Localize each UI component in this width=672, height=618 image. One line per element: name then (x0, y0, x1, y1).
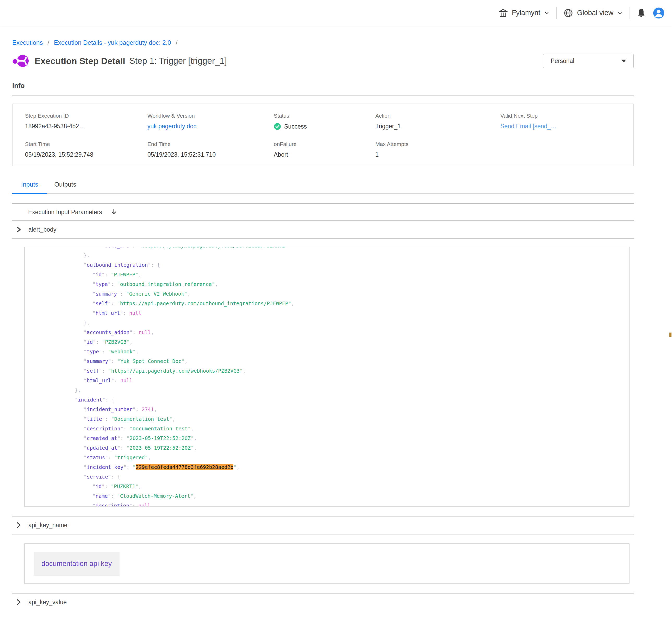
field-action: Action Trigger_1 (375, 113, 500, 130)
next-step-link[interactable]: Send Email [send_… (500, 123, 557, 129)
code-line: }, (25, 385, 629, 395)
field-onfailure: onFailure Abort (274, 141, 375, 158)
workflow-link[interactable]: yuk pagerduty doc (148, 123, 196, 129)
status-badge: Success (284, 123, 307, 130)
field-valid-next-step: Valid Next Step Send Email [send_… (500, 113, 634, 130)
divider (12, 238, 634, 239)
code-line: "description": null, (25, 501, 629, 507)
code-line: "id": "PZB2VG3", (25, 337, 629, 347)
top-nav: Fylamynt Global view (0, 0, 672, 26)
field-workflow-version: Workflow & Version yuk pagerduty doc (148, 113, 274, 130)
code-line: "html_url": null (25, 376, 629, 385)
code-lines: "html_url": "https://fylamynt.pagerduty.… (25, 247, 629, 507)
tab-outputs[interactable]: Outputs (54, 178, 76, 193)
code-line: }, (25, 250, 629, 260)
nav-divider (629, 7, 630, 19)
chevron-right-icon (16, 226, 22, 233)
breadcrumb-separator: / (48, 39, 49, 46)
chevron-down-icon (617, 10, 623, 16)
field-step-execution-id: Step Execution ID 18992a43-9538-4b2… (25, 113, 148, 130)
globe-icon (563, 8, 573, 18)
view-label: Global view (577, 9, 613, 17)
api-key-name-value-box: documentation api key (24, 543, 629, 584)
code-line: "summary": "Yuk Spot Connect Doc", (25, 356, 629, 366)
caret-down-icon (621, 60, 626, 63)
chevron-right-icon (16, 599, 22, 606)
page-subtitle: Step 1: Trigger [trigger_1] (130, 56, 227, 66)
notifications-bell-icon[interactable] (637, 8, 646, 18)
breadcrumb-link-execution-details[interactable]: Execution Details - yuk pagerduty doc: 2… (54, 39, 171, 46)
code-line: "title": "Documentation test", (25, 414, 629, 424)
field-start-time: Start Time 05/19/2023, 15:52:29.748 (25, 141, 148, 158)
param-label-api-key-name: api_key_name (28, 522, 68, 529)
code-line: "service": { (25, 472, 629, 482)
title-row: Execution Step Detail Step 1: Trigger [t… (12, 54, 634, 68)
code-line: "accounts_addon": null, (25, 328, 629, 337)
info-card: Step Execution ID 18992a43-9538-4b2… Wor… (12, 104, 634, 166)
breadcrumb: Executions / Execution Details - yuk pag… (12, 39, 634, 46)
divider (12, 96, 634, 96)
code-line: "id": "PUZKRT1", (25, 482, 629, 491)
code-line: "incident_number": 2741, (25, 405, 629, 414)
divider (12, 534, 634, 535)
view-switcher[interactable]: Global view (563, 8, 623, 18)
tab-bar: Inputs Outputs (12, 178, 634, 194)
breadcrumb-separator: / (176, 39, 178, 46)
param-row-api-key-name[interactable]: api_key_name (12, 517, 634, 534)
code-line: "updated_at": "2023-05-19T22:52:20Z", (25, 443, 629, 453)
code-line: "incident_key": "229efec8feda44778d3fe69… (25, 462, 629, 472)
code-line: "self": "https://api.pagerduty.com/webho… (25, 366, 629, 376)
api-key-name-chip: documentation api key (33, 552, 119, 576)
download-icon[interactable] (110, 208, 118, 216)
code-line: "description": "Documentation test", (25, 424, 629, 433)
field-end-time: End Time 05/19/2023, 15:52:31.710 (148, 141, 274, 158)
breadcrumb-link-executions[interactable]: Executions (12, 39, 43, 46)
code-line: "incident": { (25, 395, 629, 405)
execution-input-parameters-header: Execution Input Parameters (12, 204, 634, 220)
scrollbar-highlight-marker (669, 332, 671, 337)
field-status: Status Success (274, 113, 375, 130)
code-line: "html_url": null (25, 308, 629, 318)
fylamynt-logo-icon (12, 54, 29, 68)
code-line: "html_url": "https://fylamynt.pagerduty.… (25, 247, 629, 250)
chevron-down-icon (544, 10, 550, 16)
org-switcher[interactable]: Fylamynt (498, 8, 550, 18)
code-line: "id": "PJFWPEP", (25, 270, 629, 280)
code-line: "status": "triggered", (25, 453, 629, 462)
bank-icon (498, 8, 508, 18)
code-line: }, (25, 318, 629, 328)
code-line: "outbound_integration": { (25, 260, 629, 270)
code-line: "summary": "Generic V2 Webhook", (25, 289, 629, 299)
code-line: "self": "https://api.pagerduty.com/outbo… (25, 299, 629, 308)
param-row-api-key-value[interactable]: api_key_value (12, 594, 634, 611)
scope-selected-value: Personal (551, 58, 574, 65)
success-check-icon (274, 123, 281, 130)
chevron-right-icon (16, 522, 22, 528)
code-line: "type": "webhook", (25, 347, 629, 356)
info-heading: Info (12, 82, 634, 90)
avatar[interactable] (653, 7, 665, 19)
code-line: "type": "outbound_integration_reference"… (25, 280, 629, 289)
code-line: "created_at": "2023-05-19T22:52:20Z", (25, 433, 629, 443)
nav-divider (556, 7, 557, 19)
alert-body-json-viewer[interactable]: "html_url": "https://fylamynt.pagerduty.… (24, 247, 629, 507)
org-label: Fylamynt (512, 9, 540, 17)
code-line: "name": "CloudWatch-Memory-Alert", (25, 491, 629, 501)
scope-select[interactable]: Personal (543, 54, 634, 68)
param-row-alert-body[interactable]: alert_body (12, 221, 634, 238)
page-title: Execution Step Detail (35, 56, 125, 66)
execution-input-parameters-label: Execution Input Parameters (28, 209, 102, 216)
param-label-alert-body: alert_body (28, 226, 56, 233)
field-max-attempts: Max Attempts 1 (375, 141, 500, 158)
tab-inputs[interactable]: Inputs (21, 178, 38, 193)
param-label-api-key-value: api_key_value (28, 599, 67, 606)
